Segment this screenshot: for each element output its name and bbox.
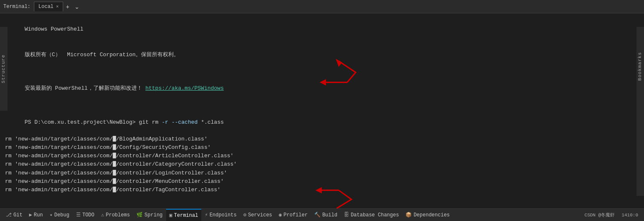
terminal-prompt-line: PS D:\com.xu.test.project\NewBlog> git r…: [5, 110, 639, 135]
bottom-toolbar: ⎇ Git ▶ Run ✦ Debug ☰ TODO ⚠ Problems 🌿 …: [0, 208, 644, 221]
profiler-icon: ◉: [279, 212, 282, 218]
tab-name: Local: [38, 4, 54, 10]
services-icon: ⚙: [243, 212, 246, 218]
toolbar-endpoints-label: Endpoints: [210, 212, 237, 218]
terminal-blank-1: [5, 68, 639, 76]
toolbar-dependencies-label: Dependencies: [413, 212, 449, 218]
toolbar-build-label: Build: [322, 212, 337, 218]
terminal-label: Terminal:: [3, 4, 31, 10]
toolbar-build[interactable]: 🔨 Build: [311, 209, 341, 221]
spring-icon: 🌿: [136, 212, 143, 218]
toolbar-todo-label: TODO: [82, 212, 95, 218]
bookmarks-label: Bookmarks: [636, 52, 644, 81]
toolbar-services[interactable]: ⚙ Services: [240, 209, 275, 221]
toolbar-profiler-label: Profiler: [284, 212, 308, 218]
terminal-rm-7: rm 'new-admin/target/classes/com/█/contr…: [5, 186, 639, 194]
build-icon: 🔨: [314, 212, 321, 218]
endpoints-icon: ⚡: [205, 212, 208, 218]
terminal-content: Windows PowerShell 版权所有（C） Microsoft Cor…: [0, 13, 644, 208]
toolbar-terminal-label: Terminal: [174, 213, 198, 218]
terminal-tab-local[interactable]: Local ×: [34, 2, 64, 11]
terminal-blank-2: [5, 101, 639, 109]
toolbar-terminal[interactable]: ▣ Terminal: [166, 209, 202, 221]
toolbar-services-label: Services: [248, 212, 272, 218]
terminal-rm-1: rm 'new-admin/target/classes/com/█/BlogA…: [5, 135, 639, 143]
line-col-indicator: 1410:0: [618, 213, 641, 218]
terminal-rm-6: rm 'new-admin/target/classes/com/█/contr…: [5, 177, 639, 186]
powershell-link[interactable]: https://aka.ms/PSWindows: [145, 85, 223, 91]
toolbar-endpoints[interactable]: ⚡ Endpoints: [201, 209, 240, 221]
debug-icon: ✦: [49, 212, 52, 218]
todo-icon: ☰: [76, 212, 81, 218]
toolbar-spring-label: Spring: [144, 212, 162, 218]
new-tab-button[interactable]: +: [63, 3, 72, 10]
run-icon: ▶: [29, 212, 32, 218]
tab-dropdown-button[interactable]: ⌄: [72, 3, 82, 10]
terminal-line-3: 安装最新的 PowerShell，了解新功能和改进！ https://aka.m…: [5, 76, 639, 101]
problems-icon: ⚠: [101, 212, 104, 218]
terminal-rm-2: rm 'new-admin/target/classes/com/█/Confi…: [5, 143, 639, 152]
toolbar-todo[interactable]: ☰ TODO: [73, 209, 98, 221]
terminal-prompt: PS D:\com.xu.test.project\NewBlog>: [25, 119, 136, 125]
db-changes-icon: 🗄: [344, 212, 349, 218]
toolbar-problems[interactable]: ⚠ Problems: [98, 209, 133, 221]
toolbar-problems-label: Problems: [106, 212, 130, 218]
terminal-tab-bar: Terminal: Local × + ⌄: [0, 0, 644, 13]
csdn-badge: CSDN @冬魔虾: [581, 212, 618, 218]
terminal-command: git rm -r --cached *.class: [136, 119, 224, 125]
terminal-line-1: Windows PowerShell: [5, 17, 639, 42]
terminal-line-2: 版权所有（C） Microsoft Corporation。保留所有权利。: [5, 42, 639, 67]
git-icon: ⎇: [6, 212, 12, 218]
terminal-rm-3: rm 'new-admin/target/classes/com/█/contr…: [5, 152, 639, 160]
structure-sidebar: Structure: [0, 27, 8, 111]
structure-label: Structure: [0, 55, 7, 83]
terminal-rm-5: rm 'new-admin/target/classes/com/█/contr…: [5, 169, 639, 177]
toolbar-db-changes-label: Database Changes: [351, 212, 399, 218]
toolbar-db-changes[interactable]: 🗄 Database Changes: [341, 209, 402, 221]
toolbar-run[interactable]: ▶ Run: [26, 209, 46, 221]
toolbar-run-label: Run: [34, 212, 43, 218]
toolbar-git[interactable]: ⎇ Git: [3, 209, 26, 221]
tab-close-button[interactable]: ×: [56, 4, 59, 9]
terminal-icon: ▣: [169, 212, 172, 218]
toolbar-dependencies[interactable]: 📦 Dependencies: [402, 209, 453, 221]
bookmarks-sidebar: Bookmarks: [636, 27, 644, 196]
toolbar-debug[interactable]: ✦ Debug: [46, 209, 72, 221]
toolbar-debug-label: Debug: [54, 212, 69, 218]
toolbar-spring[interactable]: 🌿 Spring: [133, 209, 166, 221]
dependencies-icon: 📦: [405, 212, 412, 218]
toolbar-profiler[interactable]: ◉ Profiler: [275, 209, 311, 221]
terminal-rm-4: rm 'new-admin/target/classes/com/█/contr…: [5, 160, 639, 169]
toolbar-git-label: Git: [13, 212, 23, 218]
